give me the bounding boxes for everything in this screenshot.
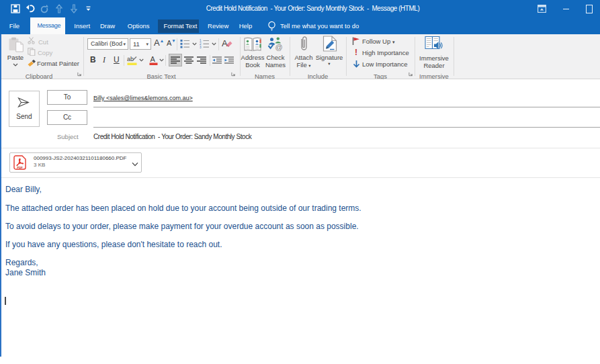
svg-text:A: A — [222, 38, 228, 48]
svg-text:A: A — [151, 55, 156, 63]
svg-text:@: @ — [275, 43, 283, 51]
svg-text:3: 3 — [200, 46, 202, 48]
svg-text:ab: ab — [127, 56, 134, 62]
svg-text:PDF: PDF — [17, 166, 23, 169]
